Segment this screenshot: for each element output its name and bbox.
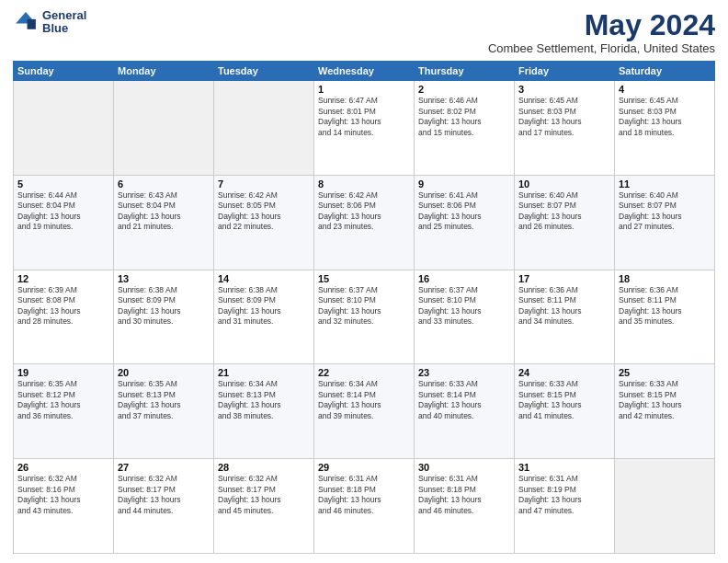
title-block: May 2024 Combee Settlement, Florida, Uni…	[488, 9, 715, 55]
day-number: 14	[218, 273, 310, 284]
day-info: Sunrise: 6:31 AM Sunset: 8:19 PM Dayligh…	[518, 474, 610, 516]
day-number: 23	[418, 367, 510, 378]
calendar-week-row: 26Sunrise: 6:32 AM Sunset: 8:16 PM Dayli…	[14, 459, 715, 554]
calendar-cell: 31Sunrise: 6:31 AM Sunset: 8:19 PM Dayli…	[515, 459, 615, 554]
day-info: Sunrise: 6:33 AM Sunset: 8:15 PM Dayligh…	[518, 379, 610, 421]
day-number: 2	[418, 84, 510, 95]
calendar-cell: 6Sunrise: 6:43 AM Sunset: 8:04 PM Daylig…	[114, 175, 214, 270]
day-number: 8	[318, 178, 410, 190]
calendar-cell: 5Sunrise: 6:44 AM Sunset: 8:04 PM Daylig…	[14, 175, 114, 270]
day-info: Sunrise: 6:44 AM Sunset: 8:04 PM Dayligh…	[17, 190, 109, 233]
subtitle: Combee Settlement, Florida, United State…	[488, 41, 715, 55]
day-number: 30	[418, 462, 510, 473]
calendar-cell: 25Sunrise: 6:33 AM Sunset: 8:15 PM Dayli…	[615, 364, 715, 459]
day-info: Sunrise: 6:31 AM Sunset: 8:18 PM Dayligh…	[318, 474, 410, 516]
day-number: 26	[17, 462, 109, 473]
day-info: Sunrise: 6:40 AM Sunset: 8:07 PM Dayligh…	[518, 190, 610, 233]
logo-icon	[13, 9, 39, 35]
day-header-monday: Monday	[114, 62, 214, 81]
day-number: 19	[17, 367, 109, 378]
main-title: May 2024	[488, 9, 715, 41]
day-info: Sunrise: 6:31 AM Sunset: 8:18 PM Dayligh…	[418, 474, 510, 516]
day-info: Sunrise: 6:37 AM Sunset: 8:10 PM Dayligh…	[318, 285, 410, 327]
calendar-cell: 13Sunrise: 6:38 AM Sunset: 8:09 PM Dayli…	[114, 270, 214, 364]
day-info: Sunrise: 6:35 AM Sunset: 8:12 PM Dayligh…	[17, 379, 109, 421]
calendar-header-row: SundayMondayTuesdayWednesdayThursdayFrid…	[14, 62, 715, 81]
day-info: Sunrise: 6:36 AM Sunset: 8:11 PM Dayligh…	[619, 285, 711, 327]
day-info: Sunrise: 6:33 AM Sunset: 8:15 PM Dayligh…	[619, 379, 711, 421]
day-header-thursday: Thursday	[415, 62, 515, 81]
day-header-wednesday: Wednesday	[314, 62, 415, 81]
day-header-tuesday: Tuesday	[214, 62, 314, 81]
day-info: Sunrise: 6:37 AM Sunset: 8:10 PM Dayligh…	[418, 285, 510, 327]
day-number: 16	[418, 273, 510, 284]
logo: General Blue	[13, 9, 86, 36]
calendar-cell: 18Sunrise: 6:36 AM Sunset: 8:11 PM Dayli…	[615, 270, 715, 364]
day-info: Sunrise: 6:32 AM Sunset: 8:17 PM Dayligh…	[118, 474, 210, 516]
day-number: 9	[418, 178, 510, 190]
day-info: Sunrise: 6:47 AM Sunset: 8:01 PM Dayligh…	[318, 96, 410, 138]
day-info: Sunrise: 6:38 AM Sunset: 8:09 PM Dayligh…	[218, 285, 310, 327]
calendar-week-row: 12Sunrise: 6:39 AM Sunset: 8:08 PM Dayli…	[14, 270, 715, 364]
header: General Blue May 2024 Combee Settlement,…	[13, 9, 715, 55]
day-number: 25	[619, 367, 711, 378]
calendar-cell: 29Sunrise: 6:31 AM Sunset: 8:18 PM Dayli…	[314, 459, 415, 554]
day-info: Sunrise: 6:43 AM Sunset: 8:04 PM Dayligh…	[118, 190, 210, 233]
calendar-cell	[615, 459, 715, 554]
calendar-cell: 24Sunrise: 6:33 AM Sunset: 8:15 PM Dayli…	[515, 364, 615, 459]
day-info: Sunrise: 6:36 AM Sunset: 8:11 PM Dayligh…	[518, 285, 610, 327]
calendar-cell: 27Sunrise: 6:32 AM Sunset: 8:17 PM Dayli…	[114, 459, 214, 554]
calendar-cell: 16Sunrise: 6:37 AM Sunset: 8:10 PM Dayli…	[415, 270, 515, 364]
calendar-cell: 19Sunrise: 6:35 AM Sunset: 8:12 PM Dayli…	[14, 364, 114, 459]
day-info: Sunrise: 6:32 AM Sunset: 8:17 PM Dayligh…	[218, 474, 310, 516]
day-info: Sunrise: 6:34 AM Sunset: 8:13 PM Dayligh…	[218, 379, 310, 421]
calendar-cell: 28Sunrise: 6:32 AM Sunset: 8:17 PM Dayli…	[214, 459, 314, 554]
day-header-friday: Friday	[515, 62, 615, 81]
logo-line2: Blue	[42, 22, 86, 35]
day-number: 24	[518, 367, 610, 378]
day-number: 21	[218, 367, 310, 378]
day-info: Sunrise: 6:33 AM Sunset: 8:14 PM Dayligh…	[418, 379, 510, 421]
day-number: 7	[218, 178, 310, 190]
calendar-cell: 21Sunrise: 6:34 AM Sunset: 8:13 PM Dayli…	[214, 364, 314, 459]
day-number: 11	[619, 178, 711, 190]
day-info: Sunrise: 6:45 AM Sunset: 8:03 PM Dayligh…	[518, 96, 610, 138]
day-number: 5	[17, 178, 109, 190]
day-info: Sunrise: 6:39 AM Sunset: 8:08 PM Dayligh…	[17, 285, 109, 327]
day-info: Sunrise: 6:38 AM Sunset: 8:09 PM Dayligh…	[118, 285, 210, 327]
calendar-cell: 7Sunrise: 6:42 AM Sunset: 8:05 PM Daylig…	[214, 175, 314, 270]
day-number: 17	[518, 273, 610, 284]
calendar-week-row: 19Sunrise: 6:35 AM Sunset: 8:12 PM Dayli…	[14, 364, 715, 459]
calendar-cell: 23Sunrise: 6:33 AM Sunset: 8:14 PM Dayli…	[415, 364, 515, 459]
calendar-cell: 4Sunrise: 6:45 AM Sunset: 8:03 PM Daylig…	[615, 81, 715, 176]
logo-line1: General	[42, 9, 86, 22]
day-info: Sunrise: 6:45 AM Sunset: 8:03 PM Dayligh…	[619, 96, 711, 138]
calendar-cell	[14, 81, 114, 176]
day-number: 3	[518, 84, 610, 95]
day-number: 1	[318, 84, 410, 95]
day-info: Sunrise: 6:40 AM Sunset: 8:07 PM Dayligh…	[619, 190, 711, 233]
day-number: 28	[218, 462, 310, 473]
calendar-week-row: 1Sunrise: 6:47 AM Sunset: 8:01 PM Daylig…	[14, 81, 715, 176]
day-info: Sunrise: 6:34 AM Sunset: 8:14 PM Dayligh…	[318, 379, 410, 421]
calendar-cell	[214, 81, 314, 176]
calendar-cell: 20Sunrise: 6:35 AM Sunset: 8:13 PM Dayli…	[114, 364, 214, 459]
day-info: Sunrise: 6:46 AM Sunset: 8:02 PM Dayligh…	[418, 96, 510, 138]
day-number: 6	[118, 178, 210, 190]
day-info: Sunrise: 6:32 AM Sunset: 8:16 PM Dayligh…	[17, 474, 109, 516]
calendar-cell: 17Sunrise: 6:36 AM Sunset: 8:11 PM Dayli…	[515, 270, 615, 364]
calendar-cell	[114, 81, 214, 176]
day-number: 31	[518, 462, 610, 473]
calendar-cell: 2Sunrise: 6:46 AM Sunset: 8:02 PM Daylig…	[415, 81, 515, 176]
day-number: 15	[318, 273, 410, 284]
day-header-saturday: Saturday	[615, 62, 715, 81]
calendar-cell: 3Sunrise: 6:45 AM Sunset: 8:03 PM Daylig…	[515, 81, 615, 176]
calendar-cell: 26Sunrise: 6:32 AM Sunset: 8:16 PM Dayli…	[14, 459, 114, 554]
calendar-week-row: 5Sunrise: 6:44 AM Sunset: 8:04 PM Daylig…	[14, 175, 715, 270]
calendar-cell: 11Sunrise: 6:40 AM Sunset: 8:07 PM Dayli…	[615, 175, 715, 270]
calendar-cell: 10Sunrise: 6:40 AM Sunset: 8:07 PM Dayli…	[515, 175, 615, 270]
day-number: 4	[619, 84, 711, 95]
day-number: 18	[619, 273, 711, 284]
calendar-cell: 9Sunrise: 6:41 AM Sunset: 8:06 PM Daylig…	[415, 175, 515, 270]
calendar-cell: 15Sunrise: 6:37 AM Sunset: 8:10 PM Dayli…	[314, 270, 415, 364]
